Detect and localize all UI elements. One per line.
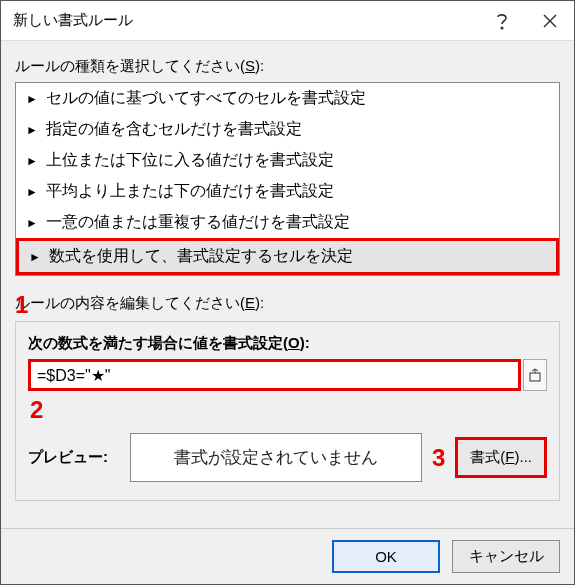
- rule-edit-label: ルールの内容を編集してください(E):: [15, 294, 560, 313]
- rule-type-text: 上位または下位に入る値だけを書式設定: [46, 150, 334, 171]
- help-button[interactable]: [478, 1, 526, 41]
- close-button[interactable]: [526, 1, 574, 41]
- svg-point-0: [501, 27, 503, 29]
- cancel-button[interactable]: キャンセル: [452, 540, 560, 573]
- preview-box: 書式が設定されていません: [130, 433, 422, 482]
- formula-row: [28, 359, 547, 391]
- label-text: 書式(: [470, 448, 505, 465]
- rule-type-text: セルの値に基づいてすべてのセルを書式設定: [46, 88, 366, 109]
- rule-type-item[interactable]: ►指定の値を含むセルだけを書式設定: [16, 114, 559, 145]
- formula-label: 次の数式を満たす場合に値を書式設定(O):: [28, 334, 547, 353]
- titlebar: 新しい書式ルール: [1, 1, 574, 41]
- arrow-icon: ►: [26, 185, 38, 199]
- arrow-icon: ►: [26, 154, 38, 168]
- arrow-icon: ►: [26, 123, 38, 137]
- arrow-icon: ►: [26, 216, 38, 230]
- formula-input[interactable]: [28, 359, 521, 391]
- rule-type-list: ►セルの値に基づいてすべてのセルを書式設定 ►指定の値を含むセルだけを書式設定 …: [15, 82, 560, 276]
- label-text: ):: [255, 57, 264, 74]
- label-text: ):: [300, 334, 310, 351]
- rule-type-item[interactable]: ►一意の値または重複する値だけを書式設定: [16, 207, 559, 238]
- label-text: ルールの内容を編集してください(: [15, 294, 245, 311]
- rule-type-item[interactable]: ►平均より上または下の値だけを書式設定: [16, 176, 559, 207]
- label-text: 次の数式を満たす場合に値を書式設定(: [28, 334, 288, 351]
- annotation-2: 2: [30, 396, 43, 424]
- rule-type-text: 平均より上または下の値だけを書式設定: [46, 181, 334, 202]
- dialog-content: ルールの種類を選択してください(S): ►セルの値に基づいてすべてのセルを書式設…: [1, 41, 574, 501]
- preview-label: プレビュー:: [28, 448, 120, 467]
- rule-type-label: ルールの種類を選択してください(S):: [15, 57, 560, 76]
- access-key: O: [288, 334, 300, 351]
- annotation-1: 1: [15, 291, 28, 319]
- new-format-rule-dialog: 新しい書式ルール ルールの種類を選択してください(S): ►セルの値に基づいてす…: [0, 0, 575, 585]
- format-button[interactable]: 書式(F)...: [455, 437, 547, 478]
- rule-type-text: 一意の値または重複する値だけを書式設定: [46, 212, 350, 233]
- label-text: ルールの種類を選択してください(: [15, 57, 245, 74]
- rule-type-text: 数式を使用して、書式設定するセルを決定: [49, 246, 353, 267]
- arrow-icon: ►: [26, 92, 38, 106]
- label-text: )...: [515, 448, 533, 465]
- preview-row: プレビュー: 書式が設定されていません 3 書式(F)...: [28, 433, 547, 482]
- svg-rect-3: [530, 373, 540, 381]
- rule-edit-frame: 次の数式を満たす場合に値を書式設定(O): 2 プレビュー: 書式が設定されてい…: [15, 321, 560, 501]
- rule-type-item[interactable]: ►セルの値に基づいてすべてのセルを書式設定: [16, 83, 559, 114]
- rule-type-item-selected[interactable]: ►数式を使用して、書式設定するセルを決定: [16, 238, 559, 275]
- ok-button[interactable]: OK: [332, 540, 440, 573]
- range-picker-button[interactable]: [523, 359, 547, 391]
- rule-type-text: 指定の値を含むセルだけを書式設定: [46, 119, 302, 140]
- rule-type-item[interactable]: ►上位または下位に入る値だけを書式設定: [16, 145, 559, 176]
- arrow-icon: ►: [29, 250, 41, 264]
- access-key: F: [505, 448, 514, 465]
- access-key: S: [245, 57, 255, 74]
- label-text: ):: [255, 294, 264, 311]
- dialog-footer: OK キャンセル: [1, 528, 574, 584]
- annotation-3: 3: [432, 444, 445, 472]
- dialog-title: 新しい書式ルール: [1, 11, 478, 30]
- access-key: E: [245, 294, 255, 311]
